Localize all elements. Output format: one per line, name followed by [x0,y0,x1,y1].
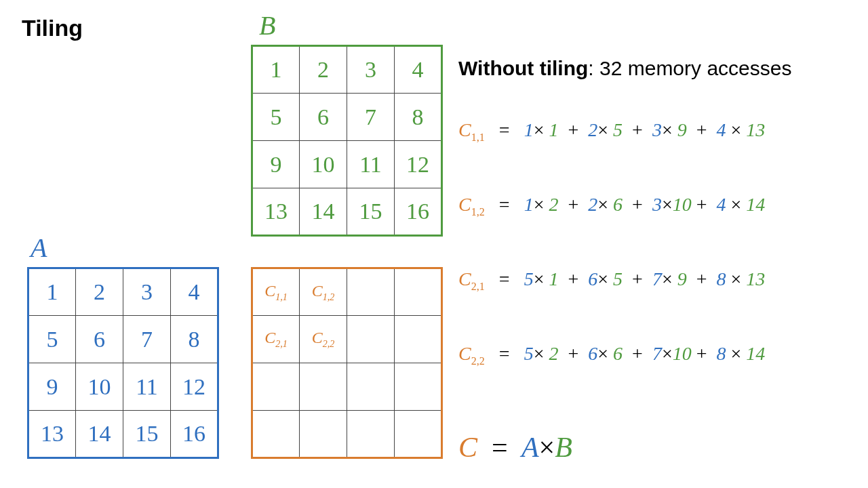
cell: 7 [347,94,395,141]
cell [347,316,395,363]
cell: 3 [347,46,395,94]
matrix-a: 1234 5678 9101112 13141516 [27,267,219,459]
headline-rest: : 32 memory accesses [588,57,791,79]
equation-c21: C2,1 = 5× 1 + 6× 5 + 7× 9 + 8 × 13 [458,268,765,293]
equation-c11: C1,1 = 1× 1 + 2× 5 + 3× 9 + 4 × 13 [458,119,765,144]
cell [395,316,442,363]
cell: 9 [252,141,300,188]
result-equation: C = A×B [458,431,572,464]
cell: 4 [171,268,218,316]
matrix-a-label: A [31,232,47,264]
cell: 11 [123,363,171,411]
cell [395,268,442,316]
page-title: Tiling [22,15,83,41]
cell: C1,1 [252,268,300,316]
cell [300,363,347,411]
cell: 13 [28,411,76,458]
cell: 13 [252,188,300,236]
equation-c12: C1,2 = 1× 2 + 2× 6 + 3×10 + 4 × 14 [458,194,765,218]
cell [347,411,395,458]
cell [395,363,442,411]
cell: 15 [123,411,171,458]
cell: C2,2 [300,316,347,363]
cell: 16 [395,188,442,236]
cell: 14 [76,411,123,458]
cell: 8 [395,94,442,141]
cell: 10 [300,141,347,188]
cell: C2,1 [252,316,300,363]
cell [347,268,395,316]
cell: 8 [171,316,218,363]
matrix-b-label: B [259,9,275,41]
cell: C1,2 [300,268,347,316]
cell: 5 [28,316,76,363]
cell [300,411,347,458]
cell: 6 [300,94,347,141]
cell: 6 [76,316,123,363]
cell: 1 [28,268,76,316]
equation-c22: C2,2 = 5× 2 + 6× 6 + 7×10 + 8 × 14 [458,343,765,367]
matrix-b: 1234 5678 9101112 13141516 [251,45,443,237]
cell [252,363,300,411]
cell [395,411,442,458]
cell: 3 [123,268,171,316]
headline: Without tiling: 32 memory accesses [458,57,791,80]
cell: 5 [252,94,300,141]
headline-bold: Without tiling [458,57,588,79]
cell: 11 [347,141,395,188]
cell: 14 [300,188,347,236]
cell: 4 [395,46,442,94]
cell: 12 [395,141,442,188]
cell: 2 [76,268,123,316]
cell [252,411,300,458]
cell: 12 [171,363,218,411]
cell: 7 [123,316,171,363]
cell: 1 [252,46,300,94]
cell: 2 [300,46,347,94]
cell: 15 [347,188,395,236]
cell [347,363,395,411]
cell: 9 [28,363,76,411]
cell: 10 [76,363,123,411]
cell: 16 [171,411,218,458]
matrix-c: C1,1 C1,2 C2,1 C2,2 [251,267,443,459]
